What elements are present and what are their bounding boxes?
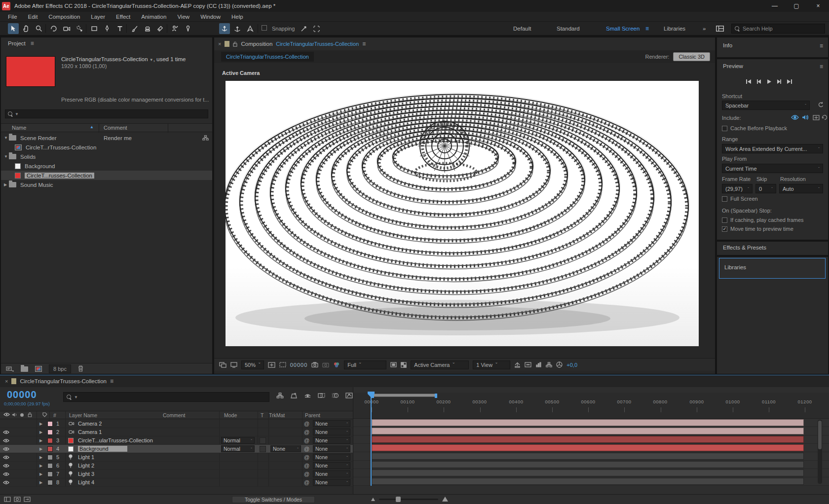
sort-ascending-icon[interactable]: ▲ bbox=[90, 125, 94, 129]
layer-bar-light4[interactable] bbox=[372, 478, 804, 485]
help-search[interactable] bbox=[731, 24, 825, 34]
workspace-standard[interactable]: Standard bbox=[557, 22, 580, 36]
maximize-button[interactable]: ▢ bbox=[786, 0, 807, 12]
brush-tool-icon[interactable] bbox=[129, 23, 140, 34]
parent-dropdown[interactable]: Noneˇ bbox=[313, 437, 350, 444]
reset-shortcut-icon[interactable] bbox=[818, 102, 824, 108]
world-axis-mode-icon[interactable] bbox=[232, 23, 243, 34]
blend-mode-dropdown[interactable]: Normalˇ bbox=[221, 437, 255, 444]
puppet-pin-tool-icon[interactable] bbox=[183, 23, 193, 34]
lock-icon[interactable] bbox=[233, 41, 237, 47]
view-layout-dropdown[interactable]: 1 Viewˇ bbox=[473, 360, 510, 369]
primary-viewer-icon[interactable] bbox=[230, 362, 237, 368]
motion-blur-icon[interactable] bbox=[332, 393, 339, 398]
composition-mini-flowchart-icon[interactable] bbox=[202, 135, 209, 141]
column-comment[interactable]: Comment bbox=[104, 125, 127, 131]
parent-column[interactable]: Parent bbox=[305, 412, 320, 418]
expand-icon[interactable]: ▼ bbox=[4, 154, 9, 159]
magnification-dropdown[interactable]: 50%ˇ bbox=[241, 360, 264, 369]
preserve-transparency-toggle[interactable] bbox=[260, 437, 266, 444]
shortcut-dropdown[interactable]: Spacebarˇ bbox=[722, 101, 810, 110]
layer-visibility-icon[interactable] bbox=[3, 430, 11, 434]
project-columns-header[interactable]: Name ▲ Comment bbox=[1, 123, 212, 132]
mask-expansion-icon[interactable] bbox=[311, 23, 322, 34]
layer-visibility-icon[interactable] bbox=[3, 447, 11, 451]
menu-view[interactable]: View bbox=[177, 14, 189, 20]
parent-pickwhip-icon[interactable]: @ bbox=[304, 463, 309, 468]
camera-tool-icon[interactable] bbox=[61, 23, 72, 34]
trkmat-column[interactable]: TrkMat bbox=[269, 412, 285, 418]
hand-tool-icon[interactable] bbox=[21, 23, 32, 34]
selection-tool-icon[interactable] bbox=[8, 23, 19, 34]
timeline-search[interactable]: ▼ bbox=[63, 392, 269, 402]
parent-pickwhip-icon[interactable]: @ bbox=[304, 446, 309, 452]
resolution-dropdown[interactable]: Fullˇ bbox=[344, 360, 386, 369]
expand-layer-icon[interactable]: ▶ bbox=[39, 480, 42, 485]
always-preview-view-icon[interactable] bbox=[219, 362, 226, 368]
tree-row-comp[interactable]: CircleT...rTrusses-Collection bbox=[1, 143, 212, 152]
timeline-tab[interactable]: CircleTriangularTrusses-Collection bbox=[20, 378, 107, 384]
orbit-camera-tool-icon[interactable] bbox=[48, 23, 59, 34]
column-name[interactable]: Name bbox=[12, 125, 26, 131]
rectangle-tool-icon[interactable] bbox=[89, 23, 100, 34]
target-region-icon[interactable] bbox=[390, 362, 397, 367]
project-tab[interactable]: Project bbox=[8, 40, 26, 46]
composition-tab[interactable]: CircleTriangularTrusses-Collection bbox=[221, 52, 314, 62]
menu-composition[interactable]: Composition bbox=[48, 14, 80, 20]
expand-transfer-controls-icon[interactable] bbox=[14, 497, 21, 502]
toggle-switches-modes-button[interactable]: Toggle Switches / Modes bbox=[232, 496, 315, 503]
t-column[interactable]: T bbox=[261, 412, 264, 418]
info-panel-menu-icon[interactable]: ≡ bbox=[820, 42, 823, 49]
last-frame-button[interactable] bbox=[786, 79, 792, 84]
layer-bar-red-solid[interactable] bbox=[372, 436, 804, 443]
panel-close-icon[interactable]: × bbox=[5, 378, 8, 384]
workspace-small-screen[interactable]: Small Screen bbox=[606, 22, 640, 36]
expand-in-out-icon[interactable] bbox=[24, 497, 31, 502]
parent-pickwhip-icon[interactable]: @ bbox=[304, 429, 309, 435]
row-comment[interactable]: Render me bbox=[104, 135, 132, 141]
layer-visibility-icon[interactable] bbox=[3, 472, 11, 476]
parent-pickwhip-icon[interactable]: @ bbox=[304, 471, 309, 477]
text-tool-icon[interactable] bbox=[114, 23, 125, 34]
delete-trash-icon[interactable] bbox=[78, 365, 83, 372]
composition-mini-flowchart-icon[interactable] bbox=[276, 393, 284, 398]
roto-brush-tool-icon[interactable] bbox=[170, 23, 181, 34]
timeline-graph-icon[interactable] bbox=[535, 362, 542, 367]
cache-indicator-icon[interactable] bbox=[822, 114, 828, 120]
layer-row-light1[interactable]: ▶ 5 Light 1 @ Noneˇ bbox=[0, 453, 353, 462]
move-time-checkbox[interactable]: ✓Move time to preview time bbox=[722, 226, 793, 232]
menu-animation[interactable]: Animation bbox=[141, 14, 166, 20]
comment-column[interactable]: Comment bbox=[163, 412, 186, 418]
time-ruler[interactable]: 00000 00100 00200 00300 00400 00500 0060… bbox=[353, 393, 829, 419]
reset-exposure-icon[interactable] bbox=[556, 361, 563, 368]
snapshot-icon[interactable] bbox=[311, 362, 318, 367]
workspace-menu-icon[interactable]: ≡ bbox=[645, 22, 649, 36]
menu-help[interactable]: Help bbox=[231, 14, 243, 20]
project-panel-menu-icon[interactable]: ≡ bbox=[31, 40, 34, 47]
clone-stamp-tool-icon[interactable] bbox=[142, 23, 153, 34]
zoom-slider-track[interactable] bbox=[379, 499, 438, 500]
view-axis-mode-icon[interactable] bbox=[245, 23, 256, 34]
layer-label-chip[interactable] bbox=[47, 438, 53, 443]
tree-row-background[interactable]: Background bbox=[1, 161, 212, 171]
layer-bar-light2[interactable] bbox=[372, 461, 804, 468]
frame-rate-dropdown[interactable]: (29,97)ˇ bbox=[722, 184, 753, 193]
help-search-input[interactable] bbox=[743, 26, 817, 32]
flowchart-icon[interactable] bbox=[546, 362, 552, 367]
expand-icon[interactable]: ▶ bbox=[4, 182, 9, 187]
zoom-out-icon[interactable] bbox=[371, 498, 375, 501]
include-audio-icon[interactable] bbox=[802, 114, 808, 120]
menu-edit[interactable]: Edit bbox=[28, 14, 38, 20]
timeline-search-input[interactable] bbox=[80, 394, 258, 401]
layer-label-chip[interactable] bbox=[47, 480, 53, 485]
layer-bar-light1[interactable] bbox=[372, 453, 804, 460]
expand-layer-icon[interactable]: ▶ bbox=[39, 455, 42, 460]
tree-row-sound-music[interactable]: ▶ Sound Music bbox=[1, 180, 212, 189]
layer-visibility-icon[interactable] bbox=[3, 464, 11, 468]
preview-panel-menu-icon[interactable]: ≡ bbox=[820, 63, 823, 70]
snap-options-icon[interactable] bbox=[298, 23, 309, 34]
show-snapshot-icon[interactable] bbox=[322, 362, 329, 367]
menu-effect[interactable]: Effect bbox=[116, 14, 130, 20]
play-button[interactable] bbox=[766, 79, 772, 84]
blend-mode-dropdown[interactable]: Normalˇ bbox=[221, 445, 255, 452]
